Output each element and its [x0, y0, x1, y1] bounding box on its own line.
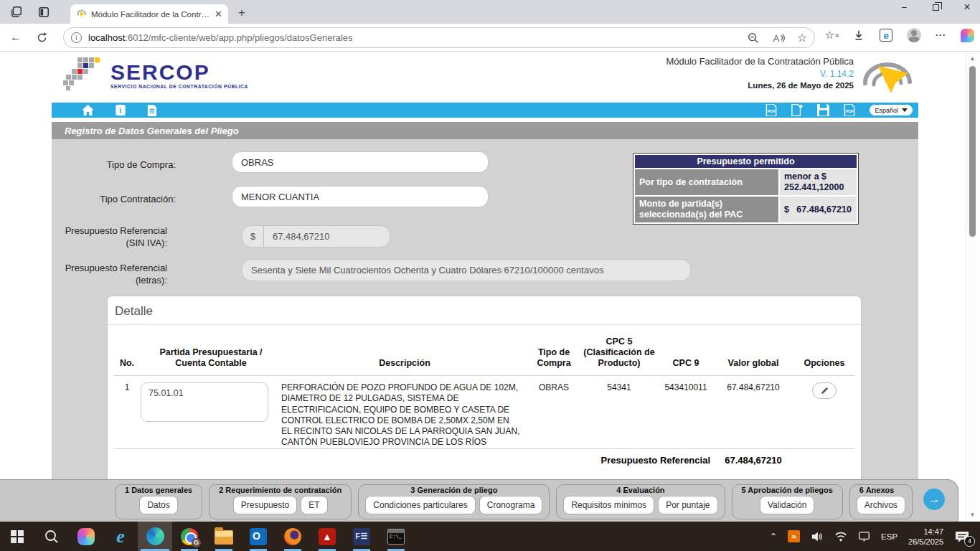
scroll-up-icon[interactable]: ▲ [966, 55, 979, 62]
wireless-display-icon[interactable] [858, 531, 870, 542]
detail-footer-row: Presupuesto Referencial 67.484,67210 [113, 448, 855, 473]
presupuesto-siniva-label: Presupuesto Referencial (SIN IVA): [0, 225, 167, 249]
col-partida: Partida Presupuestaria / Cuenta Contable [141, 335, 281, 376]
col-cpc5: CPC 5 (Clasificación de Producto) [580, 335, 659, 376]
taskbar-outlook-button[interactable] [241, 522, 275, 551]
taskbar-internet-explorer-button[interactable]: e [103, 522, 138, 551]
tab-close-icon[interactable]: ✕ [215, 9, 222, 19]
scrollbar-thumb[interactable] [969, 66, 976, 237]
app-nav-bar: i PDF [52, 103, 918, 118]
svg-text:PDF: PDF [768, 109, 776, 113]
print-pdf-icon[interactable]: PDF [844, 104, 855, 116]
minimize-button[interactable]: − [898, 1, 910, 13]
row-cpc5: 54341 [580, 376, 659, 449]
wifi-icon[interactable] [834, 531, 847, 542]
scroll-down-icon[interactable]: ▼ [966, 512, 979, 518]
et-button[interactable]: ET [301, 496, 327, 514]
taskbar-copilot-button[interactable] [69, 522, 103, 551]
new-document-icon[interactable] [791, 104, 803, 116]
keyboard-language[interactable]: ESP [881, 532, 897, 541]
zoom-out-icon[interactable] [747, 32, 760, 44]
internet-explorer-icon: e [116, 526, 125, 547]
taskbar-chrome-button[interactable]: G [172, 522, 207, 551]
validacion-button[interactable]: Validación [760, 496, 814, 514]
downloads-icon[interactable] [852, 29, 865, 42]
volume-icon[interactable] [811, 531, 824, 542]
start-button[interactable] [0, 522, 34, 551]
condiciones-particulares-button[interactable]: Condiciones particulares [365, 496, 475, 514]
browser-tab[interactable]: Módulo Facilitador de la Contrata ✕ [70, 4, 228, 24]
site-info-icon[interactable]: i [71, 32, 82, 43]
taskbar-mfc-app-button[interactable]: F☰ [344, 522, 379, 551]
row-no: 1 [113, 376, 141, 449]
budget-table-title: Presupuesto permitido [635, 155, 857, 168]
taskbar-edge-button[interactable] [138, 522, 172, 551]
por-puntaje-button[interactable]: Por puntaje [658, 496, 717, 514]
datos-button[interactable]: Datos [139, 496, 177, 514]
app-date: Lunes, 26 de Mayo de 2025 [666, 81, 854, 90]
table-row: 1 75.01.01 PERFORACIÓN DE POZO PROFUNDO … [113, 376, 855, 449]
outlook-icon [250, 528, 267, 545]
col-descripcion: Descripción [281, 335, 528, 376]
new-tab-button[interactable]: + [238, 6, 245, 20]
page-viewport: SERCOP SERVICIO NACIONAL DE CONTRATACIÓN… [0, 52, 980, 522]
sercop-logo-subtitle: SERVICIO NACIONAL DE CONTRATACIÓN PÚBLIC… [110, 84, 248, 89]
tab-title: Módulo Facilitador de la Contrata [91, 10, 212, 19]
url-bar[interactable]: i localhost:6012/mfc-cliente/web/app.php… [63, 27, 815, 48]
page-title: Registro de Datos Generales del Pliego [65, 126, 239, 136]
table-row: Por tipo de contratación menor a $ 252.4… [635, 169, 857, 195]
next-step-button[interactable]: → [923, 489, 945, 510]
budget-row-value: $ 67.484,67210 [780, 197, 857, 222]
back-icon[interactable]: ← [10, 31, 22, 44]
save-icon[interactable] [817, 104, 829, 116]
vertical-scrollbar[interactable]: ▲ ▼ [966, 52, 978, 522]
budget-row-value: menor a $ 252.441,12000 [780, 169, 857, 195]
refresh-icon[interactable] [36, 32, 48, 44]
close-button[interactable]: × [961, 1, 973, 13]
edit-row-button[interactable] [812, 382, 837, 399]
taskbar: e G ▲ F☰ ⌃ ≈ [0, 522, 980, 551]
col-opciones: Opciones [793, 335, 855, 376]
app-title: Módulo Facilitador de la Contratación Pú… [666, 56, 854, 67]
notification-center-button[interactable]: 4 [954, 530, 970, 543]
col-tipo-compra: Tipo de Compra [528, 335, 580, 376]
tipo-compra-input[interactable]: OBRAS [232, 151, 489, 173]
taskbar-search-button[interactable] [34, 522, 69, 551]
terminal-icon [387, 529, 405, 545]
favorites-bar-icon[interactable]: ☆≡ [825, 29, 838, 42]
folder-icon [215, 530, 233, 545]
presupuesto-button[interactable]: Presupuesto [233, 496, 297, 514]
home-icon[interactable] [82, 105, 94, 116]
partida-input[interactable]: 75.01.01 [141, 382, 268, 422]
read-aloud-icon[interactable]: A [772, 32, 785, 44]
requisitos-minimos-button[interactable]: Requisitos mínimos [563, 496, 654, 514]
taskbar-acrobat-button[interactable]: ▲ [310, 522, 344, 551]
row-valor-global: 67.484,67210 [713, 376, 793, 449]
info-icon[interactable]: i [116, 105, 126, 116]
taskbar-firefox-button[interactable] [275, 522, 310, 551]
archivos-button[interactable]: Archivos [857, 496, 905, 514]
taskbar-clock[interactable]: 14:47 26/5/2025 [908, 527, 943, 547]
copilot-icon[interactable] [961, 29, 974, 42]
site-header: SERCOP SERVICIO NACIONAL DE CONTRATACIÓN… [52, 52, 918, 102]
page-title-bar: Registro de Datos Generales del Pliego [52, 122, 918, 139]
ie-mode-icon[interactable]: e [880, 29, 892, 42]
taskbar-file-explorer-button[interactable] [207, 522, 241, 551]
tipo-compra-label: Tipo de Compra: [0, 159, 176, 171]
app-version[interactable]: V. 1.14.2 [666, 69, 854, 79]
url-text[interactable]: localhost:6012/mfc-cliente/web/app.php/p… [88, 32, 747, 43]
favorite-star-icon[interactable]: ☆ [797, 31, 807, 44]
export-pdf-icon[interactable]: PDF [765, 104, 777, 116]
java-update-icon[interactable]: ≈ [788, 530, 800, 542]
tab-actions-icon[interactable] [37, 6, 50, 19]
tray-expand-icon[interactable]: ⌃ [770, 532, 777, 542]
settings-menu-icon[interactable]: ··· [936, 30, 946, 40]
workspaces-icon[interactable] [10, 6, 23, 19]
tipo-contratacion-input[interactable]: MENOR CUANTIA [232, 186, 489, 207]
restore-button[interactable] [930, 1, 941, 13]
profile-avatar[interactable] [907, 28, 921, 42]
language-select[interactable]: Español [870, 105, 913, 116]
cronograma-button[interactable]: Cronograma [479, 496, 543, 514]
document-icon[interactable] [147, 105, 157, 116]
taskbar-terminal-button[interactable] [379, 522, 413, 551]
